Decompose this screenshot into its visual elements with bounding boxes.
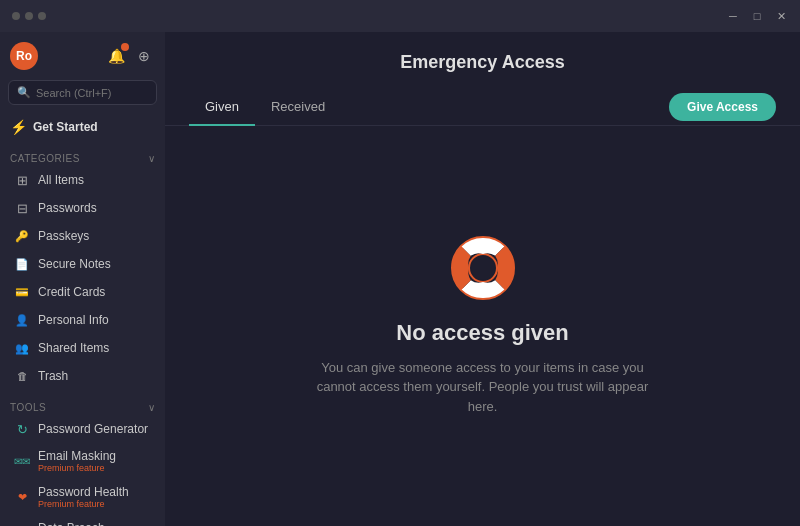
sidebar-item-passkeys[interactable]: 🔑 Passkeys (4, 222, 161, 250)
titlebar-dot (38, 12, 46, 20)
maximize-button[interactable]: □ (750, 9, 764, 23)
titlebar-controls: ─ □ ✕ (726, 9, 788, 23)
credit-cards-icon: 💳 (14, 284, 30, 300)
content-area: Emergency Access Given Received Give Acc… (165, 32, 800, 526)
sidebar-item-sublabel: Premium feature (38, 499, 129, 509)
sidebar-item-label: Credit Cards (38, 285, 105, 299)
password-health-icon: ❤ (14, 489, 30, 505)
titlebar-dot (25, 12, 33, 20)
bolt-icon: ⚡ (10, 119, 27, 135)
sidebar-item-password-generator[interactable]: ↻ Password Generator (4, 415, 161, 443)
tabs-row: Given Received Give Access (165, 89, 800, 126)
sidebar: Ro 🔔 ⊕ 🔍 ⚡ Get Started Categories ∨ ⊞ A (0, 32, 165, 526)
sidebar-item-label: Secure Notes (38, 257, 111, 271)
password-generator-icon: ↻ (14, 421, 30, 437)
categories-section-label: Categories ∨ (0, 149, 165, 166)
sidebar-item-label: Passwords (38, 201, 97, 215)
sidebar-item-credit-cards[interactable]: 💳 Credit Cards (4, 278, 161, 306)
life-ring-icon (451, 236, 515, 300)
trash-icon: 🗑 (14, 368, 30, 384)
empty-state-description: You can give someone access to your item… (313, 358, 653, 417)
sidebar-item-label: Data Breach Scanner (38, 521, 151, 526)
notification-icon[interactable]: 🔔 (105, 45, 127, 67)
sidebar-item-secure-notes[interactable]: 📄 Secure Notes (4, 250, 161, 278)
page-title: Emergency Access (189, 52, 776, 73)
sidebar-item-label: Password Health (38, 485, 129, 499)
sidebar-item-label: Email Masking (38, 449, 116, 463)
main-layout: Ro 🔔 ⊕ 🔍 ⚡ Get Started Categories ∨ ⊞ A (0, 32, 800, 526)
passwords-icon: ⊟ (14, 200, 30, 216)
email-masking-icon: ✉✉ (14, 453, 30, 469)
sidebar-item-label: Shared Items (38, 341, 109, 355)
content-body: No access given You can give someone acc… (165, 126, 800, 526)
sidebar-item-label: Personal Info (38, 313, 109, 327)
personal-info-icon: 👤 (14, 312, 30, 328)
tools-section-label: Tools ∨ (0, 398, 165, 415)
sidebar-icons: 🔔 ⊕ (105, 45, 155, 67)
sidebar-item-sublabel: Premium feature (38, 463, 116, 473)
content-header: Emergency Access (165, 32, 800, 89)
sidebar-item-email-masking[interactable]: ✉✉ Email Masking Premium feature (4, 443, 161, 479)
search-box[interactable]: 🔍 (8, 80, 157, 105)
tab-given[interactable]: Given (189, 89, 255, 126)
sidebar-item-all-items[interactable]: ⊞ All Items (4, 166, 161, 194)
sidebar-item-label: Trash (38, 369, 68, 383)
titlebar-dots (12, 12, 46, 20)
shared-items-icon: 👥 (14, 340, 30, 356)
sidebar-item-personal-info[interactable]: 👤 Personal Info (4, 306, 161, 334)
notification-badge (121, 43, 129, 51)
close-button[interactable]: ✕ (774, 9, 788, 23)
empty-state-title: No access given (396, 320, 568, 346)
sidebar-item-data-breach-scanner[interactable]: 🔍 Data Breach Scanner Premium feature (4, 515, 161, 526)
sidebar-item-trash[interactable]: 🗑 Trash (4, 362, 161, 390)
get-started-label: Get Started (33, 120, 98, 134)
sidebar-item-label: Passkeys (38, 229, 89, 243)
give-access-button[interactable]: Give Access (669, 93, 776, 121)
sidebar-item-passwords[interactable]: ⊟ Passwords (4, 194, 161, 222)
svg-point-2 (471, 256, 495, 280)
sidebar-header: Ro 🔔 ⊕ (0, 32, 165, 76)
sidebar-item-shared-items[interactable]: 👥 Shared Items (4, 334, 161, 362)
all-items-icon: ⊞ (14, 172, 30, 188)
categories-label: Categories (10, 153, 80, 164)
sidebar-item-label: Password Generator (38, 422, 148, 436)
tools-chevron[interactable]: ∨ (148, 402, 156, 413)
search-icon: 🔍 (17, 86, 31, 99)
avatar[interactable]: Ro (10, 42, 38, 70)
tab-received[interactable]: Received (255, 89, 341, 126)
minimize-button[interactable]: ─ (726, 9, 740, 23)
settings-icon[interactable]: ⊕ (133, 45, 155, 67)
tools-label: Tools (10, 402, 46, 413)
titlebar: ─ □ ✕ (0, 0, 800, 32)
passkeys-icon: 🔑 (14, 228, 30, 244)
titlebar-dot (12, 12, 20, 20)
tabs: Given Received (189, 89, 341, 125)
secure-notes-icon: 📄 (14, 256, 30, 272)
sidebar-item-label: All Items (38, 173, 84, 187)
get-started-item[interactable]: ⚡ Get Started (0, 113, 165, 141)
categories-chevron[interactable]: ∨ (148, 153, 156, 164)
sidebar-item-password-health[interactable]: ❤ Password Health Premium feature (4, 479, 161, 515)
search-input[interactable] (36, 87, 165, 99)
